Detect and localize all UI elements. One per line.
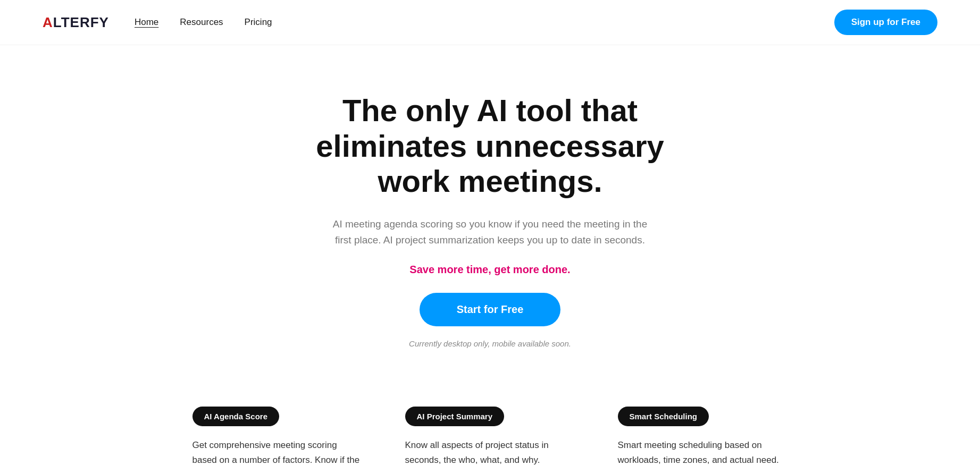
logo-a-letter: A [43,14,53,30]
nav-links: Home Resources Pricing [135,17,272,28]
nav-link-home[interactable]: Home [135,17,158,28]
feature-item-summary: AI Project Summary Know all aspects of p… [405,407,575,465]
hero-subtitle: AI meeting agenda scoring so you know if… [325,216,655,249]
feature-item-scheduling: Smart Scheduling Smart meeting schedulin… [618,407,788,465]
hero-title: The only AI tool that eliminates unneces… [283,93,698,199]
hero-note: Currently desktop only, mobile available… [409,339,571,348]
feature-desc-scheduling: Smart meeting scheduling based on worklo… [618,438,788,465]
start-for-free-button[interactable]: Start for Free [420,293,561,326]
feature-badge-scheduling: Smart Scheduling [618,407,709,426]
navbar-left: ALTERFY Home Resources Pricing [43,14,272,31]
nav-link-pricing[interactable]: Pricing [245,17,272,28]
feature-badge-summary: AI Project Summary [405,407,505,426]
logo-text: ALTERFY [43,14,109,31]
logo: ALTERFY [43,14,109,31]
feature-item-agenda: AI Agenda Score Get comprehensive meetin… [192,407,363,465]
feature-desc-agenda: Get comprehensive meeting scoring based … [192,438,363,465]
hero-section: The only AI tool that eliminates unneces… [0,45,980,380]
hero-tagline: Save more time, get more done. [409,264,570,276]
nav-link-resources[interactable]: Resources [180,17,223,28]
logo-rest: LTERFY [53,14,109,30]
navbar: ALTERFY Home Resources Pricing Sign up f… [0,0,980,45]
signup-button[interactable]: Sign up for Free [834,10,937,35]
features-section: AI Agenda Score Get comprehensive meetin… [118,380,862,465]
feature-desc-summary: Know all aspects of project status in se… [405,438,575,465]
feature-badge-agenda: AI Agenda Score [192,407,279,426]
